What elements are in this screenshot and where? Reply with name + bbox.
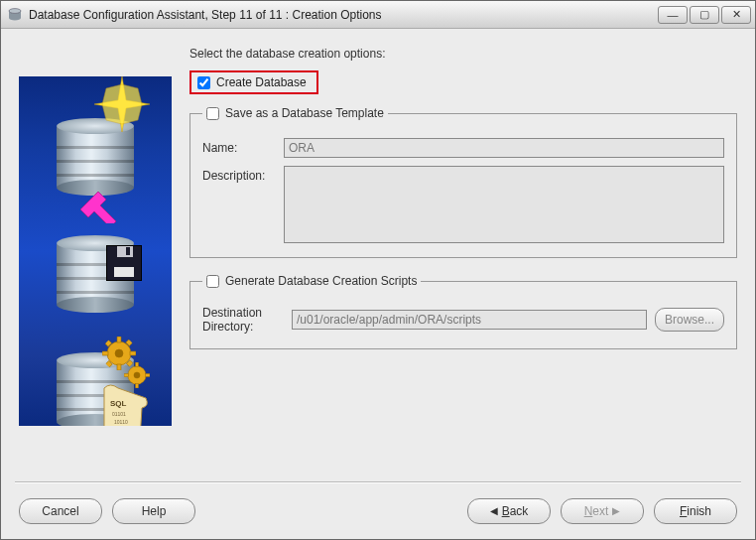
browse-button[interactable]: Browse... [655,308,724,332]
window: Database Configuration Assistant, Step 1… [0,0,756,540]
close-button[interactable]: ✕ [721,6,751,24]
create-database-checkbox[interactable] [197,76,210,89]
maximize-button[interactable]: ▢ [690,6,719,24]
svg-rect-18 [124,373,129,376]
chevron-left-icon: ◀ [490,506,498,516]
save-template-checkbox[interactable] [206,107,219,120]
generate-scripts-legend[interactable]: Generate Database Creation Scripts [202,274,421,288]
save-template-legend[interactable]: Save as a Database Template [202,106,388,120]
generate-scripts-group: Generate Database Creation Scripts Desti… [189,274,737,349]
create-database-label: Create Database [216,75,307,89]
generate-scripts-label: Generate Database Creation Scripts [225,274,417,288]
finish-button[interactable]: Finish [654,498,737,524]
generate-scripts-checkbox[interactable] [206,275,219,288]
next-label: N [584,504,593,518]
instruction-text: Select the database creation options: [189,47,737,61]
save-template-group: Save as a Database Template Name: Descri… [189,106,737,258]
wizard-banner: SQL 01101 10110 0101 [19,76,172,426]
back-label: B [502,504,510,518]
chevron-right-icon: ▶ [612,506,620,516]
svg-rect-9 [130,351,136,355]
help-button[interactable]: Help [112,498,195,524]
template-name-input[interactable] [284,138,724,158]
window-title: Database Configuration Assistant, Step 1… [29,8,658,22]
svg-text:01101: 01101 [112,411,126,417]
svg-marker-3 [102,84,142,124]
svg-rect-6 [117,337,121,342]
template-desc-input[interactable] [284,166,724,243]
footer: Cancel Help ◀ Back Next ▶ Finish [1,483,755,539]
create-database-option[interactable]: Create Database [189,70,318,94]
destination-label: Destination Directory: [202,306,284,335]
svg-marker-4 [80,192,116,223]
save-template-label: Save as a Database Template [225,106,384,120]
svg-rect-19 [145,373,150,376]
arrow-icon [80,188,116,223]
svg-rect-16 [135,362,138,367]
svg-rect-8 [102,351,108,355]
destination-input[interactable] [292,310,647,330]
svg-text:10110: 10110 [114,419,128,425]
minimize-button[interactable]: — [658,6,688,24]
template-name-label: Name: [202,138,284,155]
finish-label: F [680,504,687,518]
titlebar[interactable]: Database Configuration Assistant, Step 1… [1,1,755,29]
floppy-icon [106,245,142,281]
sql-scroll-icon: SQL 01101 10110 0101 [100,384,150,426]
svg-text:SQL: SQL [110,399,127,408]
app-icon [7,7,23,23]
next-button[interactable]: Next ▶ [561,498,644,524]
svg-point-20 [134,372,140,378]
back-button[interactable]: ◀ Back [467,498,551,524]
svg-point-14 [115,349,123,357]
cancel-button[interactable]: Cancel [19,498,102,524]
star-icon [94,76,150,132]
svg-rect-7 [117,364,121,370]
template-desc-label: Description: [202,166,284,183]
